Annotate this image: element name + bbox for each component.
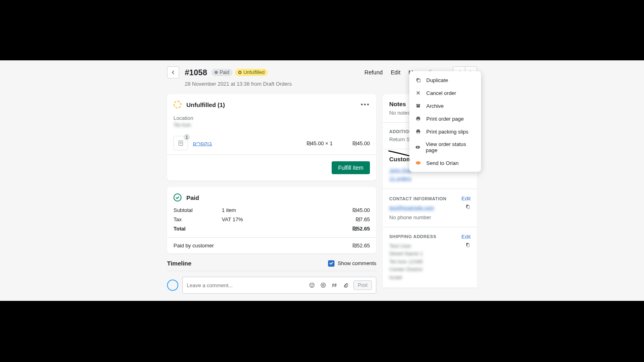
dropdown-archive[interactable]: Archive [409,99,481,112]
tax-detail: VAT 17% [222,216,356,222]
contact-email[interactable]: test@example.com [389,204,465,212]
emoji-icon[interactable] [308,282,316,289]
svg-point-17 [312,284,313,285]
line-item: 1 בוקסרים ₪45.00 × 1 ₪45.00 [167,132,376,154]
paid-icon [173,193,182,202]
more-actions-dropdown: Duplicate Cancel order Archive Print ord… [409,71,481,172]
svg-point-16 [311,284,311,285]
comment-box[interactable]: Post [182,277,376,294]
total-label: Total [173,226,222,232]
eye-icon [415,144,421,150]
svg-point-19 [322,284,324,286]
no-phone: No phone number [389,214,471,220]
qty-badge: 1 [184,134,190,140]
svg-rect-4 [417,117,420,118]
paid-badge: Paid [211,69,233,76]
svg-rect-3 [417,105,420,108]
dropdown-view-status[interactable]: View order status page [409,138,481,156]
paid-card: Paid Subtotal 1 item ₪45.00 Tax VAT 17% … [167,187,376,253]
paid-title: Paid [186,194,199,201]
paid-by-value: ₪52.65 [353,243,370,249]
dropdown-print-packing[interactable]: Print packing slips [409,125,481,138]
show-comments-checkbox[interactable] [328,260,334,267]
copy-icon[interactable] [465,204,471,210]
dropdown-duplicate[interactable]: Duplicate [409,74,481,86]
order-number: #1058 [185,68,207,77]
location-label: Location [173,115,370,121]
copy-icon[interactable] [465,242,471,248]
tax-label: Tax [173,216,222,222]
subtotal-value: ₪45.00 [353,207,370,213]
svg-rect-12 [179,141,183,145]
dropdown-send-orian[interactable]: Send to Orian [409,156,481,169]
print-icon [415,115,421,122]
subtotal-detail: 1 item [222,207,353,213]
svg-rect-7 [417,130,420,131]
svg-point-18 [321,283,325,287]
customer-orders[interactable]: 11 orders [389,175,471,183]
svg-point-15 [310,283,314,287]
hash-icon[interactable] [331,282,338,289]
total-value: ₪52.65 [353,226,370,232]
svg-rect-9 [417,132,419,134]
back-button[interactable] [167,66,179,78]
timeline-title: Timeline [167,260,192,267]
shipping-title: SHIPPING ADDRESS [389,234,436,239]
line-total: ₪45.00 [353,140,370,146]
contact-edit[interactable]: Edit [462,195,471,202]
card-menu-button[interactable]: ••• [361,101,370,108]
edit-link[interactable]: Edit [391,69,400,76]
duplicate-icon [415,77,421,83]
print-icon [415,128,421,135]
dropdown-print-order[interactable]: Print order page [409,112,481,125]
timeline-section: Timeline Show comments Po [167,260,376,294]
shipping-section: SHIPPING ADDRESSEdit Test User Street Na… [383,227,477,288]
unfulfilled-badge: Unfulfilled [235,69,268,76]
subtotal-label: Subtotal [173,207,222,213]
unfulfilled-title: Unfulfilled (1) [186,101,225,108]
tax-value: ₪7.65 [356,216,370,222]
dropdown-cancel[interactable]: Cancel order [409,86,481,99]
shipping-edit[interactable]: Edit [462,234,471,240]
orian-icon [415,160,421,166]
show-comments-label: Show comments [338,260,376,266]
archive-icon [415,103,421,109]
svg-point-11 [417,147,419,148]
unfulfilled-icon [173,101,182,109]
svg-rect-21 [467,206,470,209]
avatar [167,280,178,291]
fulfill-item-button[interactable]: Fulfill item [332,161,370,174]
product-thumbnail[interactable]: 1 [173,136,188,150]
paid-by-label: Paid by customer [173,243,353,249]
location-value: Tel Aviv [173,122,370,128]
attachment-icon[interactable] [342,282,349,289]
unfulfilled-card: Unfulfilled (1) ••• Location Tel Aviv 1 … [167,94,376,181]
refund-link[interactable]: Refund [365,69,383,76]
unit-price: ₪45.00 × 1 [307,140,333,146]
svg-rect-23 [467,244,470,247]
svg-rect-1 [417,79,420,82]
contact-section: CONTACT INFORMATIONEdit test@example.com… [383,189,477,227]
notes-title: Notes [389,101,406,107]
close-icon [415,90,421,96]
post-button[interactable]: Post [353,280,372,290]
contact-title: CONTACT INFORMATION [389,196,446,201]
mention-icon[interactable] [320,282,327,289]
svg-rect-6 [417,119,419,121]
svg-rect-2 [416,104,420,105]
product-link[interactable]: בוקסרים [193,140,212,146]
comment-input[interactable] [187,282,304,288]
